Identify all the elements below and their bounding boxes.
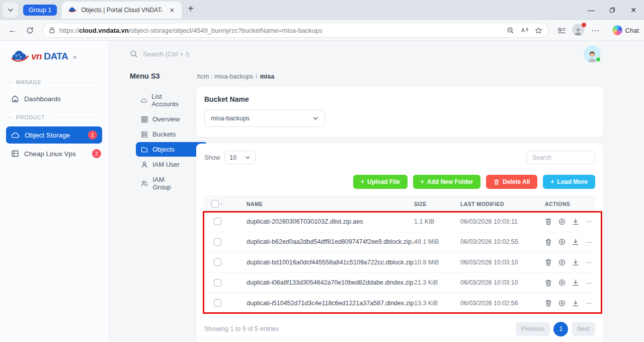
zoom-out-icon[interactable] — [504, 24, 517, 37]
brand-logo[interactable]: vnDATA « — [0, 47, 108, 72]
bucket-name-select[interactable]: misa-backups — [204, 110, 325, 127]
download-icon[interactable] — [572, 238, 579, 245]
copilot-icon — [612, 25, 622, 35]
browser-window: Group 1 Objects | Portal Cloud VNDATA ✕ … — [0, 0, 644, 342]
object-size: 1.1 KiB — [414, 218, 460, 225]
upload-file-button[interactable]: + Upload File — [353, 175, 408, 189]
select-all-checkbox[interactable] — [211, 200, 219, 208]
column-last-modified[interactable]: LAST MODIFIED — [460, 201, 545, 207]
column-actions: ACTIONS — [545, 201, 595, 207]
table-row[interactable]: duplicati-bd10016a0dcf445558a841c5109a72… — [204, 252, 595, 273]
browser-toolbar: ← https://cloud.vndata.vn/object-storage… — [0, 20, 644, 41]
section-product: PRODUCT — [0, 107, 108, 125]
view-icon[interactable] — [558, 259, 566, 266]
tab-close-icon[interactable]: ✕ — [166, 6, 178, 15]
objects-card: Show 10 + Upload File — [196, 144, 603, 342]
view-icon[interactable] — [558, 238, 566, 245]
more-icon[interactable]: ⋯ — [586, 299, 592, 307]
profile-notification-dot — [582, 23, 586, 27]
refresh-button[interactable] — [22, 23, 37, 38]
row-checkbox[interactable] — [214, 279, 221, 287]
new-tab-button[interactable]: + — [182, 3, 200, 18]
trash-icon[interactable] — [545, 218, 552, 225]
row-checkbox[interactable] — [214, 238, 221, 246]
read-aloud-icon[interactable]: A — [518, 24, 531, 37]
add-new-folder-button[interactable]: + Add New Folder — [413, 175, 480, 189]
grid-icon — [141, 116, 148, 123]
browser-titlebar: Group 1 Objects | Portal Cloud VNDATA ✕ … — [0, 0, 644, 20]
view-icon[interactable] — [558, 300, 566, 307]
view-icon[interactable] — [558, 218, 566, 225]
table-row[interactable]: duplicati-20260306T030103Z.dlist.zip.aes… — [204, 212, 595, 232]
sidebar-collapse-icon[interactable]: « — [73, 53, 75, 60]
row-checkbox[interactable] — [214, 218, 221, 225]
download-icon[interactable] — [572, 300, 579, 307]
next-page-button[interactable]: Next — [572, 322, 595, 336]
table-row[interactable]: duplicati-i510452d71d3c4e118c6ed1221a37a… — [204, 293, 595, 314]
window-close-button[interactable]: ✕ — [623, 0, 644, 20]
sidebar-item-dashboards[interactable]: Dashboards — [0, 90, 108, 107]
object-name: duplicati-20260306T030103Z.dlist.zip.aes — [230, 218, 414, 225]
user-avatar[interactable] — [584, 45, 601, 62]
trash-icon[interactable] — [545, 258, 552, 266]
row-checkbox[interactable] — [214, 258, 221, 266]
sidebar-item-object-storage[interactable]: Object Storage 1 — [6, 126, 102, 144]
breadcrumb: hcm : misa-backups/misa — [197, 73, 603, 80]
window-minimize-button[interactable]: — — [581, 0, 602, 20]
app-header: Search (Ctrl + /) — [109, 41, 644, 64]
menu-item-overview[interactable]: Overview — [136, 112, 188, 126]
current-page-button[interactable]: 1 — [553, 322, 568, 336]
menu-item-buckets[interactable]: Buckets — [136, 127, 188, 142]
menu-item-iam-group[interactable]: IAM Group — [136, 172, 188, 194]
row-checkbox[interactable] — [214, 299, 221, 307]
trash-icon[interactable] — [545, 299, 552, 307]
load-more-button[interactable]: + Load More — [543, 175, 595, 189]
browser-tab[interactable]: Objects | Portal Cloud VNDATA ✕ — [62, 2, 182, 19]
page-size-select[interactable]: 10 — [224, 151, 256, 164]
user-icon — [141, 161, 148, 168]
back-button[interactable]: ← — [5, 23, 20, 38]
download-icon[interactable] — [572, 259, 579, 266]
menu-item-iam-user[interactable]: IAM User — [136, 157, 188, 172]
folder-icon — [141, 146, 148, 153]
previous-page-button[interactable]: Previous — [516, 322, 550, 336]
trash-icon[interactable] — [545, 238, 552, 246]
delete-all-button[interactable]: Delete All — [486, 175, 537, 189]
more-icon[interactable]: ⋯ — [586, 218, 592, 225]
favorite-star-icon[interactable] — [532, 24, 545, 37]
bucket-name-label: Bucket Name — [204, 95, 595, 103]
download-icon[interactable] — [572, 279, 579, 286]
browser-menu-icon[interactable]: ⋯ — [588, 23, 603, 38]
table-search-input[interactable] — [527, 151, 595, 164]
more-icon[interactable]: ⋯ — [586, 279, 592, 287]
download-icon[interactable] — [572, 218, 579, 225]
copilot-button[interactable]: Chat — [607, 25, 639, 35]
more-icon[interactable]: ⋯ — [586, 258, 592, 266]
window-restore-button[interactable] — [602, 0, 623, 20]
sidebar-item-cheap-linux-vps[interactable]: Cheap Linux Vps 2 — [0, 145, 108, 163]
global-search[interactable]: Search (Ctrl + /) — [130, 50, 584, 58]
collections-icon[interactable] — [554, 23, 569, 38]
table-row[interactable]: duplicati-i06a8f133d3054642a70e10bed82dd… — [204, 273, 595, 294]
table-row[interactable]: duplicati-b62ed0aa2dbd54dff81ed8097474f2… — [204, 232, 595, 253]
section-manage: MANAGE — [0, 72, 108, 90]
vndata-cloud-icon — [10, 50, 29, 63]
view-icon[interactable] — [558, 279, 566, 286]
menu-item-list-accounts[interactable]: List Accounts — [136, 89, 188, 111]
sidebar: vnDATA « MANAGE Dashboards PRODUCT Objec… — [0, 41, 109, 342]
column-name[interactable]: NAME — [230, 201, 414, 207]
column-size[interactable]: SIZE — [414, 201, 460, 207]
tab-group-label[interactable]: Group 1 — [23, 5, 57, 16]
show-label: Show — [204, 154, 220, 161]
sidebar-item-label: Dashboards — [24, 95, 61, 103]
chevron-down-icon — [8, 7, 14, 13]
object-size: 21.3 KiB — [414, 279, 460, 286]
tab-search-button[interactable] — [3, 3, 18, 18]
lock-icon — [49, 27, 55, 34]
trash-icon[interactable] — [545, 279, 552, 287]
browser-profile-avatar[interactable] — [571, 23, 586, 38]
app-root: vnDATA « MANAGE Dashboards PRODUCT Objec… — [0, 41, 644, 342]
sort-arrow-icon[interactable]: ↑ — [220, 201, 223, 207]
address-bar[interactable]: https://cloud.vndata.vn/object-storage/o… — [42, 23, 549, 38]
more-icon[interactable]: ⋯ — [586, 238, 592, 246]
